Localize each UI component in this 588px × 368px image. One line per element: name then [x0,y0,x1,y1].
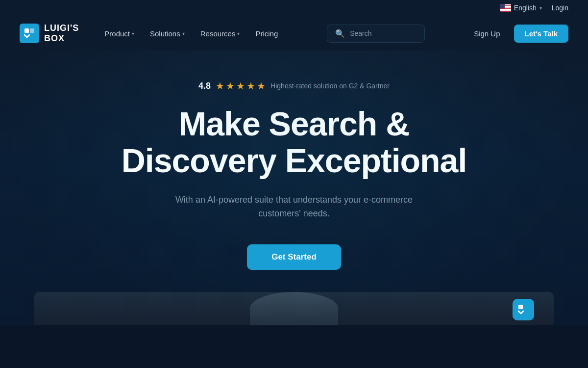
search-placeholder: Search [350,29,371,37]
get-started-button[interactable]: Get Started [247,244,341,270]
svg-rect-1 [30,28,34,33]
language-label: English [514,4,537,12]
chevron-down-icon: ▾ [539,5,542,11]
preview-card [34,292,554,325]
navbar-left: LUIGI'SBOX Product ▾ Solutions ▾ Resourc… [20,23,284,44]
lets-talk-button[interactable]: Let's Talk [514,25,568,43]
star-5: ★ [257,80,266,92]
search-bar[interactable]: 🔍 Search [327,25,425,43]
chevron-down-icon: ▾ [182,31,185,36]
hero-bottom-card [34,292,554,325]
nav-item-resources[interactable]: Resources ▾ [195,26,246,42]
hero-section: 4.8 ★ ★ ★ ★ ★ Highest-rated solution on … [0,51,588,325]
hero-subtitle: With an AI-powered suite that understand… [172,193,416,221]
hero-title: Make Search & Discovery Exceptional [108,105,480,179]
chevron-down-icon: ▾ [132,31,134,36]
rating-label: Highest-rated solution on G2 & Gartner [270,82,390,90]
logo-text: LUIGI'SBOX [44,23,79,44]
nav-item-product[interactable]: Product ▾ [98,26,140,42]
star-3: ★ [236,80,245,92]
login-link[interactable]: Login [552,4,568,12]
svg-rect-0 [24,28,29,33]
star-1: ★ [216,80,224,92]
logo[interactable]: LUIGI'SBOX [20,23,79,44]
top-bar: English ▾ Login [0,0,588,16]
nav-item-pricing[interactable]: Pricing [249,26,284,42]
chevron-down-icon: ▾ [237,31,240,36]
search-icon: 🔍 [335,29,345,38]
nav-links: Product ▾ Solutions ▾ Resources ▾ Pricin… [98,26,284,42]
navbar-right: Sign Up Let's Talk [468,25,568,43]
star-4: ★ [246,80,255,92]
star-2: ★ [226,80,235,92]
hero-bg-gradient [0,51,588,325]
rating-row: 4.8 ★ ★ ★ ★ ★ Highest-rated solution on … [198,80,390,92]
star-rating: ★ ★ ★ ★ ★ [216,80,266,92]
svg-rect-2 [518,305,523,309]
logo-icon [20,24,39,43]
navbar: LUIGI'SBOX Product ▾ Solutions ▾ Resourc… [0,16,588,51]
language-selector[interactable]: English ▾ [500,4,542,12]
flag-icon [500,4,511,12]
sign-up-button[interactable]: Sign Up [468,26,506,42]
nav-item-solutions[interactable]: Solutions ▾ [144,26,191,42]
rating-score: 4.8 [198,81,211,91]
